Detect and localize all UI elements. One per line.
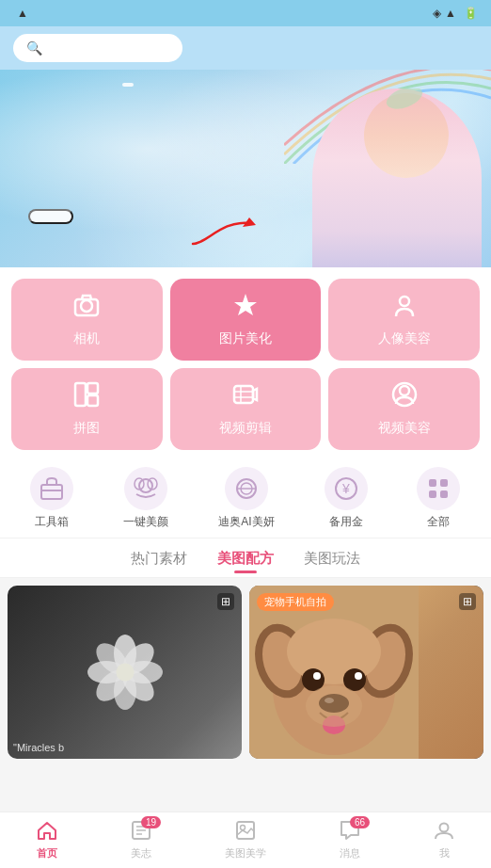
home-nav-label: 首页 (37, 846, 57, 860)
hero-badge (122, 83, 134, 87)
feature-item-video-edit[interactable]: 视频剪辑 (170, 368, 322, 450)
message-badge: 66 (350, 816, 370, 828)
svg-point-59 (440, 824, 449, 832)
one-touch-icon (124, 467, 167, 510)
beautify-icon (232, 292, 259, 325)
svg-rect-5 (75, 383, 86, 406)
play-button[interactable] (28, 209, 73, 224)
status-right: ◈ ▲ 🔋 (433, 7, 478, 20)
svg-marker-9 (253, 389, 257, 400)
svg-marker-3 (234, 294, 257, 315)
svg-point-58 (241, 826, 246, 830)
hero-banner (0, 70, 491, 267)
reserve-label: 备用金 (329, 514, 363, 530)
feature-grid: 相机图片美化人像美容拼图视频剪辑视频美容 (0, 267, 491, 458)
camera-icon (73, 292, 100, 325)
collage-icon (73, 381, 100, 414)
svg-rect-28 (440, 490, 448, 498)
dog-svg (249, 586, 419, 759)
portrait-label: 人像美容 (378, 330, 431, 347)
feature-item-beautify[interactable]: 图片美化 (170, 279, 322, 361)
aesthetic-nav-icon (235, 820, 256, 844)
nav-item-profile[interactable]: 我 (434, 820, 454, 860)
card-badge-dog: 宠物手机自拍 (257, 593, 334, 611)
search-bar: 🔍 (0, 26, 491, 70)
ai-beauty-label: 迪奥AI美妍 (218, 514, 274, 530)
tool-item-one-touch[interactable]: 一键美颜 (123, 467, 168, 530)
tab-play[interactable]: 美图玩法 (304, 550, 360, 571)
feature-item-camera[interactable]: 相机 (11, 279, 163, 361)
message-nav-icon: 66 (340, 820, 360, 844)
tool-item-toolbox[interactable]: 工具箱 (30, 467, 73, 530)
svg-rect-25 (429, 479, 436, 487)
status-left: ▲ (13, 7, 28, 20)
feature-item-portrait[interactable]: 人像美容 (328, 279, 480, 361)
svg-rect-2 (75, 299, 98, 315)
all-label: 全部 (427, 514, 450, 530)
card-overlay-text-left: "Miracles b (13, 742, 64, 753)
svg-rect-15 (41, 485, 62, 499)
card-image-icon-right: ⊞ (459, 593, 476, 610)
tab-recipe[interactable]: 美图配方 (217, 550, 274, 571)
search-icon: 🔍 (26, 40, 42, 56)
svg-point-47 (313, 672, 321, 680)
red-arrow (188, 216, 263, 253)
ai-beauty-icon (225, 467, 268, 510)
tools-row: 工具箱一键美颜迪奥AI美妍¥备用金全部 (0, 458, 491, 538)
nav-item-aesthetic[interactable]: 美图美学 (225, 820, 266, 860)
all-icon (417, 467, 460, 510)
video-edit-icon (232, 381, 259, 414)
card-image-icon-left: ⊞ (217, 593, 234, 610)
profile-nav-icon (434, 820, 454, 844)
fashion-nav-label: 美志 (131, 846, 151, 860)
svg-rect-8 (234, 386, 253, 403)
signal-icon: ▲ (445, 7, 456, 20)
bottom-nav: 首页19美志美图美学66消息我 (0, 812, 491, 868)
dog-image (249, 586, 483, 759)
svg-point-44 (287, 619, 381, 684)
svg-point-1 (81, 300, 92, 312)
hero-girl (303, 88, 491, 267)
tool-item-all[interactable]: 全部 (417, 467, 460, 530)
tool-item-ai-beauty[interactable]: 迪奥AI美妍 (218, 467, 274, 530)
battery-icon: 🔋 (464, 7, 478, 20)
svg-point-37 (116, 663, 134, 681)
nav-item-message[interactable]: 66消息 (340, 820, 360, 860)
one-touch-label: 一键美颜 (123, 514, 168, 530)
svg-point-52 (306, 685, 362, 727)
status-bar: ▲ ◈ ▲ 🔋 (0, 0, 491, 26)
home-nav-icon (37, 820, 57, 844)
tool-item-reserve[interactable]: ¥备用金 (325, 467, 368, 530)
video-beauty-label: 视频美容 (378, 420, 431, 437)
flower-image (8, 586, 242, 759)
nav-item-fashion[interactable]: 19美志 (131, 820, 151, 860)
camera-label: 相机 (73, 330, 100, 347)
profile-nav-label: 我 (439, 846, 450, 860)
svg-point-17 (139, 479, 152, 492)
collage-label: 拼图 (73, 420, 100, 437)
location-icon: ◈ (433, 7, 441, 20)
svg-rect-7 (87, 395, 98, 406)
fashion-badge: 19 (141, 816, 161, 828)
video-beauty-icon (391, 381, 418, 414)
beautify-label: 图片美化 (219, 330, 272, 347)
search-input[interactable]: 🔍 (13, 34, 182, 62)
feature-item-collage[interactable]: 拼图 (11, 368, 163, 450)
feature-item-video-beauty[interactable]: 视频美容 (328, 368, 480, 450)
tab-hot[interactable]: 热门素材 (131, 550, 187, 571)
toolbox-label: 工具箱 (35, 514, 69, 530)
svg-rect-26 (440, 479, 448, 487)
reserve-icon: ¥ (325, 467, 368, 510)
toolbox-icon (30, 467, 73, 510)
svg-rect-57 (237, 822, 254, 839)
fashion-nav-icon: 19 (131, 820, 151, 844)
message-nav-label: 消息 (340, 846, 360, 860)
content-grid: ⊞ "Miracles b (0, 578, 491, 766)
wifi-icon: ▲ (17, 7, 28, 20)
content-card-dog[interactable]: 宠物手机自拍 ⊞ (249, 586, 483, 759)
svg-point-48 (355, 672, 362, 680)
svg-point-4 (400, 297, 409, 306)
nav-item-home[interactable]: 首页 (37, 820, 57, 860)
content-card-flower[interactable]: ⊞ "Miracles b (8, 586, 242, 759)
svg-point-13 (400, 386, 409, 395)
